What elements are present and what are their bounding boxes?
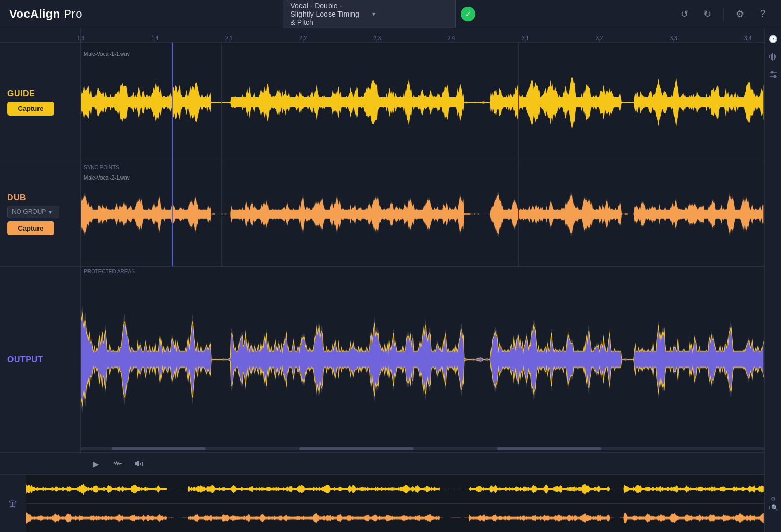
ruler-container: 1.31.42.12.22.32.43.13.23.33.4 xyxy=(0,28,781,43)
svg-point-6 xyxy=(771,71,773,74)
overview-left-controls: 🗑 xyxy=(0,475,26,532)
dub-track-content[interactable]: SYNC POINTS Male-Vocal-2-1.wav xyxy=(81,162,764,266)
overview-section: 🗑 ⚙ +🔍 xyxy=(0,475,781,532)
guide-waveform xyxy=(81,43,764,162)
guide-track-label: GUIDE Capture xyxy=(0,43,81,162)
guide-capture-button[interactable]: Capture xyxy=(7,102,54,116)
status-badge: ✓ xyxy=(461,7,475,21)
guide-track-content[interactable]: Male-Vocal-1-1.wav xyxy=(81,43,764,162)
section-divider xyxy=(221,162,222,266)
svg-rect-4 xyxy=(775,55,776,58)
preset-area: Vocal - Double - Slightly Loose Timing &… xyxy=(283,0,475,30)
dub-capture-button[interactable]: Capture xyxy=(7,221,54,235)
play-button[interactable]: ▶ xyxy=(89,457,103,471)
group-label: NO GROUP xyxy=(12,208,46,216)
dub-track-name: DUB xyxy=(7,193,73,202)
undo-button[interactable]: ↺ xyxy=(675,5,693,23)
svg-point-8 xyxy=(773,75,776,78)
scrollbar-track-2[interactable] xyxy=(299,447,414,450)
transport-bar: ▶ xyxy=(0,453,781,475)
guide-track: GUIDE Capture Male-Vocal-1-1.wav xyxy=(0,43,781,162)
chevron-down-icon: ▾ xyxy=(49,209,52,215)
svg-rect-12 xyxy=(142,462,143,466)
chevron-down-icon: ▾ xyxy=(372,10,448,18)
ruler-spacer xyxy=(0,28,81,42)
section-divider xyxy=(518,162,519,266)
svg-rect-9 xyxy=(135,462,137,465)
dub-filename: Male-Vocal-2-1.wav xyxy=(84,175,130,181)
clock-icon[interactable]: 🕐 xyxy=(766,32,780,46)
app-logo: VocAlign Pro xyxy=(9,7,82,21)
output-track-label: OUTPUT xyxy=(0,267,81,452)
scrollbar-thumb[interactable] xyxy=(112,447,206,450)
header: VocAlign Pro Vocal - Double - Slightly L… xyxy=(0,0,781,28)
dub-waveform xyxy=(81,162,764,266)
svg-rect-11 xyxy=(140,463,141,465)
divider xyxy=(723,8,724,20)
redo-button[interactable]: ↻ xyxy=(698,5,716,23)
output-track-content[interactable]: PROTECTED AREAS xyxy=(81,267,764,452)
dub-track: DUB NO GROUP ▾ Capture SYNC POINTS Male-… xyxy=(0,162,781,267)
preset-dropdown[interactable]: Vocal - Double - Slightly Loose Timing &… xyxy=(283,0,456,30)
guide-filename: Male-Vocal-1-1.wav xyxy=(84,51,130,57)
svg-rect-2 xyxy=(772,53,773,61)
svg-rect-1 xyxy=(771,54,772,60)
scrollbar-track-3[interactable] xyxy=(497,447,601,450)
waveform-icon[interactable] xyxy=(766,50,780,64)
section-divider xyxy=(518,43,519,162)
bars-view-button[interactable] xyxy=(132,457,147,471)
overview-settings-icon[interactable]: ⚙ xyxy=(771,496,776,502)
svg-rect-3 xyxy=(774,54,775,60)
overview-guide-track[interactable] xyxy=(26,475,764,503)
overview-zoom-icon[interactable]: +🔍 xyxy=(767,504,778,511)
scrollbar-thumb-2[interactable] xyxy=(299,447,414,450)
section-divider xyxy=(221,43,222,162)
overview-dub-waveform xyxy=(26,504,764,533)
protected-areas-label: PROTECTED AREAS xyxy=(84,269,135,274)
scrollbar-track[interactable] xyxy=(81,447,764,450)
waveform-view-button[interactable] xyxy=(110,457,125,471)
group-select[interactable]: NO GROUP ▾ xyxy=(7,206,59,218)
tracks-area: GUIDE Capture Male-Vocal-1-1.wav DUB NO … xyxy=(0,43,781,453)
output-track-name: OUTPUT xyxy=(7,355,73,364)
svg-rect-0 xyxy=(769,55,770,58)
overview-guide-waveform xyxy=(26,475,764,503)
ruler: 1.31.42.12.22.32.43.13.23.33.4 xyxy=(81,28,748,43)
header-actions: ↺ ↻ ⚙ ? xyxy=(675,5,772,23)
playhead xyxy=(172,43,173,162)
sync-points-label: SYNC POINTS xyxy=(84,164,119,170)
playhead xyxy=(172,162,173,266)
overview-right-controls: ⚙ +🔍 xyxy=(764,475,781,532)
output-waveform xyxy=(81,267,764,452)
right-controls: 🕐 xyxy=(764,28,781,475)
output-track: OUTPUT PROTECTED AREAS xyxy=(0,267,781,453)
help-button[interactable]: ? xyxy=(754,5,772,23)
dub-track-label: DUB NO GROUP ▾ Capture xyxy=(0,162,81,266)
svg-rect-10 xyxy=(137,461,139,466)
preset-label: Vocal - Double - Slightly Loose Timing &… xyxy=(291,2,366,27)
overview-content xyxy=(26,475,764,532)
scrollbar-thumb-3[interactable] xyxy=(497,447,601,450)
mixer-icon[interactable] xyxy=(766,68,780,81)
delete-button[interactable]: 🗑 xyxy=(8,498,18,509)
main-content: 🕐 1.31.42.12.22.32.43.13.23.33.4 xyxy=(0,28,781,532)
overview-dub-track[interactable] xyxy=(26,504,764,533)
settings-button[interactable]: ⚙ xyxy=(731,5,749,23)
guide-track-name: GUIDE xyxy=(7,89,73,98)
